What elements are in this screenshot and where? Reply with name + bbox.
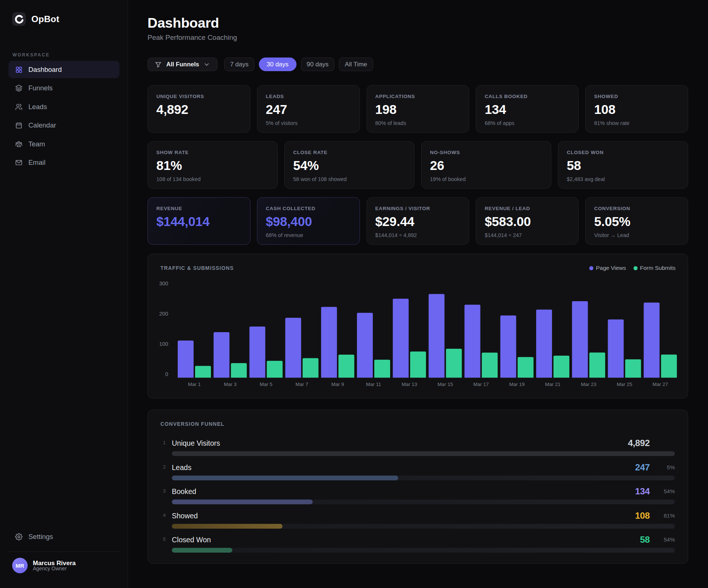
svg-text:Mar 13: Mar 13 <box>402 382 417 387</box>
svg-text:Mar 25: Mar 25 <box>617 382 632 387</box>
svg-text:300: 300 <box>159 281 168 286</box>
svg-text:Mar 15: Mar 15 <box>437 382 453 387</box>
svg-text:Mar 9: Mar 9 <box>332 382 344 387</box>
svg-text:100: 100 <box>159 341 168 347</box>
svg-text:Mar 23: Mar 23 <box>581 382 596 387</box>
svg-text:Mar 7: Mar 7 <box>295 382 308 387</box>
svg-text:Mar 1: Mar 1 <box>188 382 201 387</box>
svg-text:Mar 27: Mar 27 <box>653 382 668 387</box>
svg-text:Mar 11: Mar 11 <box>366 382 381 387</box>
svg-text:Mar 3: Mar 3 <box>224 382 237 387</box>
svg-text:Mar 5: Mar 5 <box>260 382 273 387</box>
svg-text:Mar 17: Mar 17 <box>473 382 489 387</box>
svg-text:Mar 19: Mar 19 <box>509 382 525 387</box>
svg-text:0: 0 <box>165 371 168 377</box>
svg-text:200: 200 <box>159 311 168 317</box>
svg-text:Mar 21: Mar 21 <box>545 382 560 387</box>
